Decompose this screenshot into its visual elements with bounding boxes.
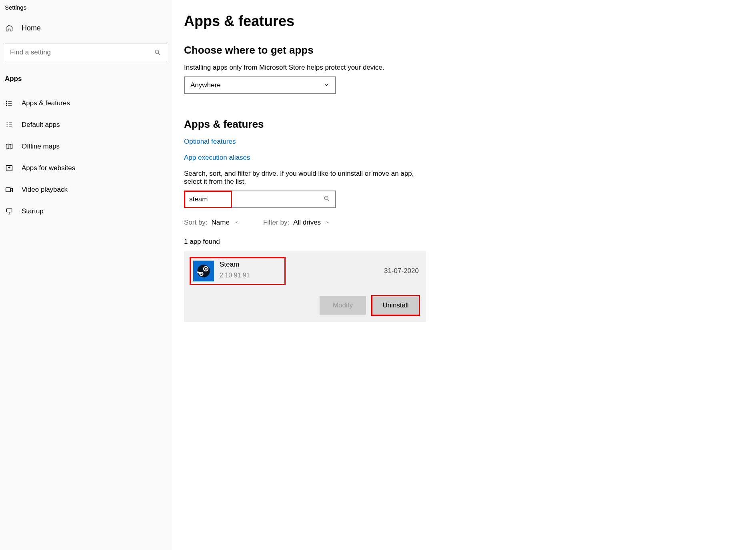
chevron-down-icon: [323, 82, 330, 89]
app-name: Steam: [220, 261, 250, 269]
startup-icon: [5, 207, 14, 216]
filter-by-dropdown[interactable]: Filter by: All drives: [263, 219, 330, 227]
apps-search[interactable]: steam: [184, 191, 336, 208]
svg-point-23: [324, 196, 328, 200]
sort-label: Sort by:: [184, 219, 208, 227]
dropdown-value: Anywhere: [190, 81, 221, 89]
sidebar-item-label: Video playback: [22, 186, 68, 194]
sort-by-dropdown[interactable]: Sort by: Name: [184, 219, 239, 227]
sidebar-item-apps-features[interactable]: Apps & features: [0, 92, 172, 114]
svg-point-4: [6, 105, 7, 106]
modify-button: Modify: [320, 296, 366, 315]
app-source-dropdown[interactable]: Anywhere: [184, 76, 336, 94]
svg-point-25: [197, 265, 210, 277]
svg-marker-14: [6, 144, 12, 149]
optional-features-link[interactable]: Optional features: [184, 138, 744, 146]
sidebar-item-label: Offline maps: [22, 143, 60, 151]
apps-search-value[interactable]: steam: [184, 191, 232, 208]
app-execution-aliases-link[interactable]: App execution aliases: [184, 154, 744, 162]
map-icon: [5, 142, 14, 151]
sidebar-item-default-apps[interactable]: Default apps: [0, 114, 172, 136]
svg-rect-18: [6, 188, 11, 192]
page-title: Apps & features: [184, 13, 744, 30]
settings-search-input[interactable]: [10, 48, 153, 56]
chevron-down-icon: [234, 219, 239, 226]
sidebar-item-label: Startup: [22, 207, 44, 215]
sidebar-item-offline-maps[interactable]: Offline maps: [0, 136, 172, 157]
search-desc: Search, sort, and filter by drive. If yo…: [184, 170, 432, 186]
sort-value: Name: [212, 219, 230, 227]
home-nav[interactable]: Home: [0, 19, 172, 37]
app-entry[interactable]: Steam 2.10.91.91 31-07-2020 Modify Unins…: [184, 251, 426, 322]
filter-value: All drives: [293, 219, 321, 227]
sidebar-item-label: Default apps: [22, 121, 60, 129]
settings-search[interactable]: [5, 44, 167, 61]
home-label: Home: [22, 24, 41, 32]
sidebar-item-label: Apps for websites: [22, 164, 75, 172]
svg-rect-20: [6, 209, 12, 212]
svg-marker-19: [10, 188, 12, 191]
chevron-down-icon: [325, 219, 330, 226]
sidebar-item-apps-for-websites[interactable]: Apps for websites: [0, 157, 172, 179]
search-icon: [153, 48, 162, 57]
home-icon: [5, 24, 14, 32]
list-icon: [5, 99, 14, 108]
window-title: Settings: [0, 4, 172, 19]
svg-point-3: [6, 103, 7, 104]
apps-features-title: Apps & features: [184, 118, 744, 130]
sidebar-item-label: Apps & features: [22, 99, 70, 107]
svg-point-27: [205, 268, 207, 270]
svg-line-24: [328, 199, 329, 201]
svg-point-2: [6, 101, 7, 102]
app-install-date: 31-07-2020: [384, 267, 419, 275]
sidebar-item-video-playback[interactable]: Video playback: [0, 179, 172, 201]
video-icon: [5, 185, 14, 194]
apps-found-count: 1 app found: [184, 238, 744, 246]
search-icon: [323, 195, 330, 204]
sidebar-item-startup[interactable]: Startup: [0, 201, 172, 222]
sidebar-category: Apps: [0, 72, 172, 92]
uninstall-button[interactable]: Uninstall: [372, 296, 419, 315]
settings-sidebar: Settings Home Apps Apps & features Defau…: [0, 0, 172, 550]
choose-title: Choose where to get apps: [184, 44, 744, 56]
svg-line-1: [158, 53, 160, 55]
steam-icon: [193, 261, 214, 281]
filter-label: Filter by:: [263, 219, 289, 227]
defaults-icon: [5, 120, 14, 129]
svg-point-0: [155, 50, 159, 54]
main-content: Apps & features Choose where to get apps…: [172, 0, 756, 550]
app-version: 2.10.91.91: [220, 272, 250, 279]
share-icon: [5, 164, 14, 173]
choose-desc: Installing apps only from Microsoft Stor…: [184, 64, 432, 72]
